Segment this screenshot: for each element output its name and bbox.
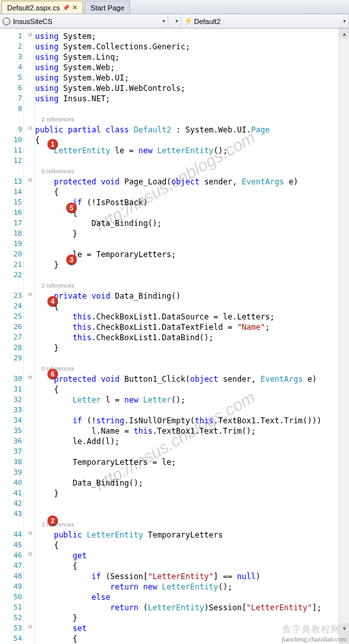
fold-toggle[interactable]: ⊟ [27,551,34,557]
code-line[interactable]: using System.Web.UI; [35,73,349,83]
code-line[interactable]: using System.Web.UI.WebControls; [35,83,349,93]
code-line[interactable]: get [35,551,349,561]
globe-icon [3,18,10,25]
fold-toggle[interactable]: ⊟ [27,177,34,183]
fold-toggle[interactable]: ⊟ [27,374,34,380]
vertical-scrollbar[interactable]: ▲ ▼ [339,29,349,644]
tab-label: Default2.aspx.cs [7,4,60,12]
code-line[interactable]: using System; [35,31,349,42]
code-line[interactable]: le = TemporaryLetters; [35,249,349,260]
scroll-up-icon[interactable]: ▲ [339,29,349,39]
code-line[interactable]: using System.Collections.Generic; [35,42,349,52]
code-line[interactable]: TemporaryLetters = le; [35,457,349,467]
chevron-down-icon: ▾ [343,18,346,24]
code-editor[interactable]: 1234567891011121314151617181920212223242… [0,29,349,644]
annotation-badge-2: 2 [47,515,58,526]
code-line[interactable]: if (Session["LetterEntity"] == null) [35,571,349,582]
nav-separator: ▾ [168,14,181,28]
pin-icon[interactable]: 📌 [62,5,70,11]
codelens-reference[interactable]: 0 references [35,364,349,374]
annotation-badge-4: 4 [47,296,58,306]
annotation-badge-6: 6 [47,369,58,379]
nav-project-label: InsusSiteCS [13,18,53,25]
code-line[interactable]: if (!IsPostBack) [35,197,349,208]
code-line[interactable]: public LetterEntity TemporaryLetters [35,530,349,540]
nav-member-dropdown[interactable]: ⚡ Default2 ▾ [181,14,350,28]
code-line[interactable]: if (!string.IsNullOrEmpty(this.TextBox1.… [35,415,349,426]
document-tab-bar: Default2.aspx.cs 📌 ✕ Start Page [0,0,349,14]
fold-toggle[interactable]: ⊟ [27,291,34,297]
code-line[interactable]: } [35,488,349,499]
navigation-bar: InsusSiteCS ▾ ▾ ⚡ Default2 ▾ [0,14,349,29]
code-line[interactable]: { [35,540,349,551]
fold-toggle[interactable]: ⊟ [27,530,34,536]
code-line[interactable]: using System.Web; [35,62,349,73]
fold-gutter: ⊟⊟⊟⊟⊟⊟⊟⊟ [26,29,35,644]
code-line[interactable]: le.Add(l); [35,436,349,447]
code-line[interactable]: } [35,260,349,270]
annotation-badge-5: 5 [66,203,77,213]
code-line[interactable]: { [35,208,349,218]
code-line[interactable]: { [35,301,349,312]
code-line[interactable]: l.Name = this.TextBox1.Text.Trim(); [35,426,349,436]
code-line[interactable]: this.CheckBoxList1.DataBind(); [35,332,349,343]
fold-toggle[interactable]: ⊟ [27,623,34,630]
code-line[interactable]: private void Data_Binding() [35,291,349,301]
nav-member-label: Default2 [194,18,221,25]
nav-project-dropdown[interactable]: InsusSiteCS ▾ [0,14,168,28]
code-line[interactable]: this.CheckBoxList1.DataTextField = "Name… [35,322,349,332]
code-line[interactable]: this.CheckBoxList1.DataSource = le.Lette… [35,312,349,322]
close-icon[interactable]: ✕ [72,4,77,11]
code-line[interactable]: public partial class Default2 : System.W… [35,125,349,135]
lightning-icon: ⚡ [184,17,193,25]
code-line[interactable]: { [35,384,349,395]
code-line[interactable]: Letter l = new Letter(); [35,395,349,405]
code-line[interactable]: return (LetterEntity)Session["LetterEnti… [35,602,349,613]
fold-toggle[interactable]: ⊟ [27,31,34,38]
chevron-down-icon: ▾ [162,18,165,24]
code-line[interactable]: using Insus.NET; [35,93,349,104]
tab-active-file[interactable]: Default2.aspx.cs 📌 ✕ [1,1,83,14]
code-line[interactable]: } [35,613,349,623]
codelens-reference[interactable]: 2 references [35,280,349,291]
tab-label: Start Page [90,4,124,12]
codelens-reference[interactable]: 0 references [35,166,349,177]
code-line[interactable]: { [35,187,349,197]
code-line[interactable]: protected void Button1_Click(object send… [35,374,349,384]
annotation-badge-3: 3 [66,254,77,265]
code-line[interactable]: LetterEntity le = new LetterEntity(); [35,145,349,156]
code-area[interactable]: using System;using System.Collections.Ge… [35,29,349,644]
code-line[interactable]: return new LetterEntity(); [35,582,349,592]
code-line[interactable]: Data_Binding(); [35,478,349,488]
code-line[interactable]: } [35,229,349,239]
code-line[interactable]: Data_Binding(); [35,218,349,229]
line-number-gutter: 1234567891011121314151617181920212223242… [0,29,26,644]
code-line[interactable]: using System.Linq; [35,52,349,62]
code-line[interactable]: else [35,592,349,602]
footer-watermark: 查字典教程网 jiaocheng.chazidian.com [282,624,346,643]
annotation-badge-1: 1 [47,139,58,149]
fold-toggle[interactable]: ⊟ [27,125,34,131]
codelens-reference[interactable]: 2 references [35,519,349,530]
codelens-reference[interactable]: 2 references [35,114,349,125]
code-line[interactable]: } [35,343,349,353]
tab-start-page[interactable]: Start Page [84,1,130,14]
code-line[interactable]: { [35,135,349,145]
code-line[interactable]: { [35,561,349,571]
code-line[interactable]: protected void Page_Load(object sender, … [35,177,349,187]
